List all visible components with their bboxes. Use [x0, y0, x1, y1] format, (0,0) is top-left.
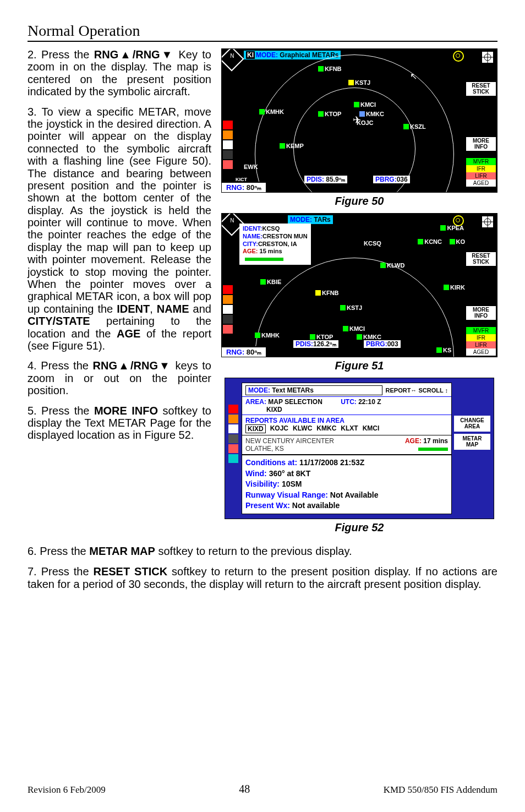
figure-52-caption: Figure 52 — [335, 521, 384, 534]
step3: 3. To view a specific METAR, move the jo… — [28, 106, 211, 352]
target-icon — [482, 51, 494, 63]
change-area-softkey[interactable]: CHANGE AREA — [454, 416, 490, 432]
ident-info-popup: IDENT:KCSQ NAME:CRESTON MUN CITY:CRESTON… — [239, 224, 311, 265]
step6: 6. Press the METAR MAP softkey to return… — [28, 545, 497, 558]
page-title: Normal Operation — [28, 22, 497, 42]
more-info-softkey[interactable]: MORE INFO — [466, 306, 496, 320]
figure-51-screen: MODE: TARs IDENT:KCSQ NAME:CRESTON MUN C… — [221, 213, 497, 357]
step5: 5. Press the MORE INFO softkey to displa… — [28, 405, 211, 442]
reset-stick-softkey[interactable]: RESET STICK — [466, 82, 496, 96]
metar-text: Conditions at: 11/17/2008 21:53Z Wind: 3… — [242, 455, 451, 514]
metar-map-softkey[interactable]: METAR MAP — [454, 434, 490, 450]
pdis-readout: PDIS:126.2ⁿₘ — [293, 340, 338, 348]
station-option[interactable]: KOJC — [270, 424, 288, 433]
step2: 2. Press the RNG▲/RNG▼ Key to zoom in on… — [28, 48, 211, 98]
target-icon — [482, 216, 494, 228]
mode-tab: MODE: Text METARs — [245, 385, 382, 395]
left-icon-strip — [223, 285, 234, 335]
step4: 4. Press the RNG▲/RNG▼ keys to zoom in o… — [28, 359, 211, 396]
left-icon-strip — [228, 405, 239, 514]
figure-52-screen: MODE: Text METARs REPORT↔ SCROLL ↕ AREA:… — [225, 378, 494, 519]
aircraft-icon: ✈ — [353, 114, 361, 126]
figure-50-caption: Figure 50 — [335, 195, 384, 208]
compass-icon — [221, 48, 244, 72]
station-option[interactable]: KMCI — [363, 424, 380, 433]
range-readout: RNG: 80ⁿₘ — [222, 346, 266, 357]
more-info-softkey[interactable]: MORE INFO — [466, 137, 496, 151]
range-readout: RNG: 80ⁿₘ — [222, 182, 266, 192]
station-option[interactable]: KLWC — [293, 424, 312, 433]
reset-stick-softkey[interactable]: RESET STICK — [466, 252, 496, 266]
step7: 7. Press the RESET STICK softkey to retu… — [28, 565, 497, 591]
figure-51-caption: Figure 51 — [335, 359, 384, 372]
left-icon-strip — [223, 121, 234, 170]
cursor-arrow-icon: ↖ — [410, 71, 417, 81]
station-summary: NEW CENTURY AIRCENTER OLATHE, KS AGE: 17… — [242, 435, 451, 455]
reports-available: REPORTS AVAILABLE IN AREA KIXD KOJC KLWC… — [242, 415, 451, 435]
page-footer: Revision 6 Feb/2009 48 KMD 550/850 FIS A… — [28, 783, 497, 795]
station-option[interactable]: KMKC — [316, 424, 336, 433]
figure-50-screen: KIMODE: Graphical METARs KFNB KSTJ KMCI … — [221, 48, 497, 193]
report-scroll-hint: REPORT↔ SCROLL ↕ — [386, 387, 448, 394]
pbrg-readout: PBRG:003 — [364, 340, 401, 348]
area-row: AREA: MAP SELECTION UTC: 22:10 Z KIXD — [242, 396, 451, 415]
legend: MVFR IFR LIFR AGED — [466, 158, 496, 187]
legend: MVFR IFR LIFR AGED — [466, 327, 496, 356]
gps-ring-icon — [453, 51, 464, 62]
pbrg-readout: PBRG:036 — [373, 176, 410, 183]
pdis-readout: PDIS: 85.9ⁿₘ — [304, 176, 347, 183]
station-selected[interactable]: KIXD — [245, 424, 266, 433]
station-option[interactable]: KLXT — [341, 424, 358, 433]
